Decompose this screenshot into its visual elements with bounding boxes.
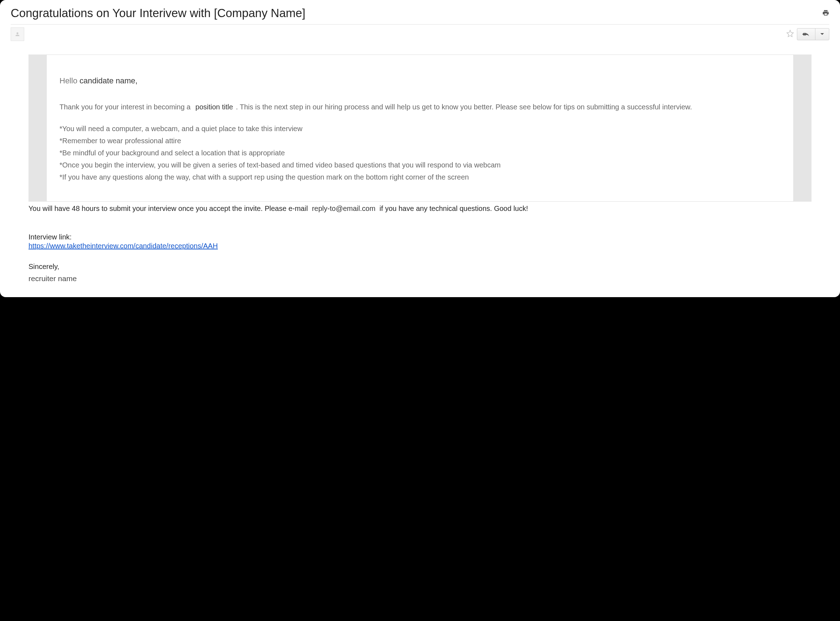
- email-window: Congratulations on Your Interivew with […: [0, 0, 840, 297]
- message-box: Hello candidate name, Thank you for your…: [46, 55, 794, 201]
- intro-paragraph: Thank you for your interest in becoming …: [59, 101, 781, 112]
- right-pad: [794, 55, 811, 201]
- message-container: Hello candidate name, Thank you for your…: [29, 55, 811, 201]
- position-title: position title: [193, 103, 236, 111]
- email-subject: Congratulations on Your Interivew with […: [11, 6, 305, 20]
- reply-to-email: reply-to@email.com: [310, 204, 378, 212]
- tip-item: *Remember to wear professional attire: [59, 135, 781, 147]
- recruiter-name: recruiter name: [29, 274, 811, 283]
- print-icon[interactable]: [822, 9, 829, 18]
- tips-list: *You will need a computer, a webcam, and…: [59, 123, 781, 183]
- email-toolbar: [0, 24, 840, 44]
- tip-item: *If you have any questions along the way…: [59, 171, 781, 183]
- intro-before: Thank you for your interest in becoming …: [59, 103, 193, 111]
- intro-after: . This is the next step in our hiring pr…: [236, 103, 692, 111]
- interview-link[interactable]: https://www.taketheinterview.com/candida…: [29, 242, 218, 250]
- greeting-line: Hello candidate name,: [59, 76, 781, 85]
- footer-before: You will have 48 hours to submit your in…: [29, 204, 310, 212]
- signoff: Sincerely,: [29, 263, 811, 271]
- footer-paragraph: You will have 48 hours to submit your in…: [29, 204, 811, 214]
- footer-after: if you have any technical questions. Goo…: [378, 204, 528, 212]
- reply-all-button[interactable]: [797, 29, 816, 40]
- star-icon[interactable]: [786, 30, 794, 39]
- left-pad: [29, 55, 46, 201]
- tip-item: *Be mindful of your background and selec…: [59, 147, 781, 159]
- email-header: Congratulations on Your Interivew with […: [0, 0, 840, 24]
- interview-link-row: https://www.taketheinterview.com/candida…: [29, 242, 811, 250]
- email-body-area: Hello candidate name, Thank you for your…: [0, 55, 840, 297]
- tip-item: *Once you begin the interview, you will …: [59, 159, 781, 171]
- tip-item: *You will need a computer, a webcam, and…: [59, 123, 781, 134]
- more-actions-button[interactable]: [816, 29, 829, 40]
- interview-link-label: Interview link:: [29, 233, 811, 241]
- toolbar-actions: [786, 28, 829, 40]
- candidate-name: candidate name,: [79, 76, 138, 85]
- sender-avatar[interactable]: [11, 27, 24, 41]
- reply-button-group: [797, 28, 829, 40]
- greeting-hello: Hello: [59, 76, 77, 85]
